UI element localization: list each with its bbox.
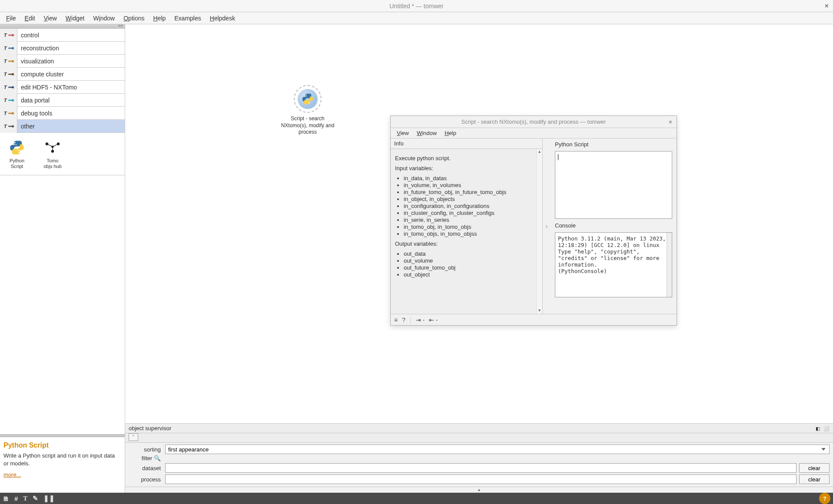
dialog-expand-icon[interactable]: › [543,138,551,314]
svg-text:T: T [3,59,7,64]
dialog-info-pane: Info Execute python script. Input variab… [391,138,543,314]
category-label: data portal [17,94,125,106]
svg-point-26 [309,102,309,103]
svg-point-13 [11,112,13,114]
console-scrollbar[interactable] [667,233,672,297]
category-label: visualization [17,55,125,67]
supervisor-toggle-row: ˆ [125,433,833,443]
canvas-node-python-script[interactable]: Script - search NXtomo(s), modify and pr… [277,85,338,136]
filter-label: filter 🔍 [129,455,163,461]
menu-helpdesk[interactable]: Helpdesk [206,14,239,23]
statusbar-text-icon[interactable]: T [23,495,27,502]
dataset-clear-button[interactable]: clear [799,463,830,473]
dialog-output-label: Output variables: [395,240,538,247]
dialog-title: Script - search NXtomo(s), modify and pr… [461,119,606,125]
dialog-menu-view[interactable]: View [394,129,412,137]
dialog-close-icon[interactable]: × [669,119,672,125]
export-icon[interactable]: ⇤ - [429,316,438,323]
dialog-toolbar: ≡ ? | ⇥ - ⇤ - [391,314,677,325]
svg-point-9 [11,86,13,88]
category-icon: T [0,107,17,120]
menu-examples[interactable]: Examples [171,14,204,23]
process-label: process [129,476,163,483]
menu-widget[interactable]: Widget [62,14,88,23]
category-reconstruction[interactable]: T reconstruction [0,42,125,55]
dialog-info-desc: Execute python script. [395,155,538,161]
input-var-item: in_tomo_objs, in_tomo_objss [404,231,538,237]
svg-line-23 [53,144,58,147]
statusbar-pause-icon[interactable]: ❚❚ [43,494,55,502]
script-label: Python Script [555,141,672,148]
description-more-link[interactable]: more... [3,471,21,478]
process-input[interactable] [165,474,796,484]
widget-palette: PythonScript Tomoobjs hub [0,133,125,175]
svg-point-3 [11,47,13,49]
statusbar-grid-icon[interactable]: # [14,495,18,502]
supervisor-dock-icon[interactable]: ◧ [816,426,820,431]
process-clear-button[interactable]: clear [799,474,830,484]
sorting-select[interactable]: first appearance [165,445,830,454]
category-data-portal[interactable]: T data portal [0,94,125,107]
svg-point-17 [18,152,20,153]
script-editor[interactable] [555,151,672,219]
import-icon[interactable]: ⇥ - [416,316,425,323]
scroll-up-icon[interactable]: ▴ [537,149,542,155]
console-label: Console [555,222,672,229]
svg-point-25 [306,95,307,96]
category-debug-tools[interactable]: T debug tools [0,107,125,120]
console-output[interactable]: Python 3.11.2 (main, Mar 13 2023, 12:18:… [555,232,672,297]
widget-tomo-hub[interactable]: Tomoobjs hub [38,139,67,169]
category-control[interactable]: T control [0,29,125,42]
svg-point-11 [11,99,13,101]
category-icon: T [0,120,17,133]
widget-python-script-label-2: Script [11,164,23,169]
category-other[interactable]: T other [0,120,125,133]
svg-point-19 [57,142,60,145]
widget-python-script[interactable]: PythonScript [3,139,31,169]
widget-python-script-label-1: Python [10,158,24,163]
window-titlebar: Untitled * — tomwer × [0,0,833,12]
statusbar-help-icon[interactable]: ? [819,493,830,504]
menu-options[interactable]: Options [120,14,148,23]
scroll-down-icon[interactable]: ▾ [537,308,542,314]
menu-view[interactable]: View [40,14,60,23]
supervisor-maximize-icon[interactable]: ⬜ [823,426,830,431]
supervisor-collapse-handle[interactable]: ▴ [125,487,833,493]
left-panel-header: «« [0,24,125,29]
menu-edit[interactable]: Edit [21,14,39,23]
help-icon[interactable]: ? [402,316,405,323]
menu-help[interactable]: Help [149,14,169,23]
category-label: edit HDF5 - NXTomo [17,81,125,93]
menu-file[interactable]: File [3,14,20,23]
statusbar-doc-icon[interactable]: 🗎 [3,495,9,502]
category-edit-HDF5---NXTomo[interactable]: T edit HDF5 - NXTomo [0,81,125,94]
dialog-menu-help[interactable]: Help [442,129,459,137]
workflow-canvas[interactable]: Script - search NXtomo(s), modify and pr… [125,24,833,493]
window-close-icon[interactable]: × [825,2,829,10]
svg-text:T: T [3,33,7,38]
sorting-label: sorting [129,446,163,453]
supervisor-collapse-up-button[interactable]: ˆ [129,433,138,441]
category-label: debug tools [17,107,125,119]
category-compute-cluster[interactable]: T compute cluster [0,68,125,81]
supervisor-title: object supervisor [129,425,171,432]
statusbar-edit-icon[interactable]: ✎ [33,494,38,502]
svg-text:T: T [3,85,7,90]
info-scrollbar[interactable]: ▴ ▾ [536,149,542,314]
dialog-menubar: View Window Help [391,128,677,138]
category-visualization[interactable]: T visualization [0,55,125,68]
supervisor-titlebar: object supervisor ◧ ⬜ [125,424,833,433]
svg-point-15 [11,125,13,127]
output-var-item: out_object [404,271,538,278]
svg-text:T: T [3,111,7,116]
menu-hamburger-icon[interactable]: ≡ [394,316,398,323]
svg-text:T: T [3,72,7,77]
canvas-node-label: Script - search NXtomo(s), modify and pr… [277,115,338,136]
svg-point-7 [11,73,13,75]
input-var-item: in_tomo_obj, in_tomo_objs [404,224,538,230]
dataset-input[interactable] [165,463,796,473]
category-icon: T [0,68,17,81]
dialog-menu-window[interactable]: Window [414,129,439,137]
menu-window[interactable]: Window [90,14,118,23]
collapse-left-icon[interactable]: «« [118,23,123,28]
